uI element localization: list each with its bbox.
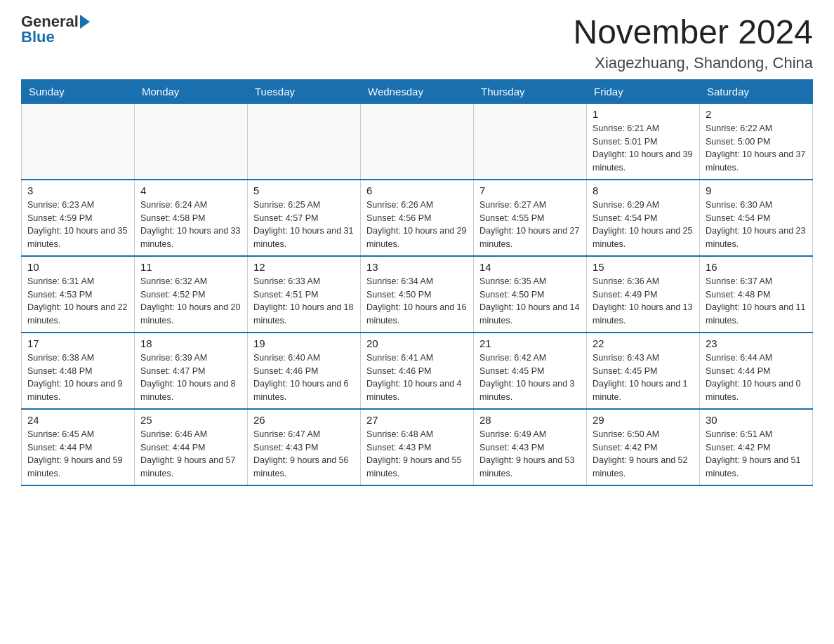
calendar-cell: 20Sunrise: 6:41 AM Sunset: 4:46 PM Dayli… [361,333,474,409]
month-title: November 2024 [573,14,813,51]
calendar-cell [361,103,474,180]
day-info: Sunrise: 6:25 AM Sunset: 4:57 PM Dayligh… [253,199,355,251]
weekday-header-sunday: Sunday [22,79,135,103]
day-number: 30 [706,414,807,426]
day-number: 18 [140,337,241,349]
day-info: Sunrise: 6:47 AM Sunset: 4:43 PM Dayligh… [253,428,355,481]
day-number: 14 [479,261,581,273]
day-number: 6 [366,185,468,196]
day-number: 2 [706,108,807,120]
calendar-cell [248,103,361,180]
calendar-cell: 8Sunrise: 6:29 AM Sunset: 4:54 PM Daylig… [587,180,700,256]
calendar-cell: 2Sunrise: 6:22 AM Sunset: 5:00 PM Daylig… [700,103,813,180]
day-info: Sunrise: 6:39 AM Sunset: 4:47 PM Dayligh… [140,351,241,404]
day-number: 21 [479,337,581,349]
weekday-header-tuesday: Tuesday [248,79,361,103]
calendar-cell: 25Sunrise: 6:46 AM Sunset: 4:44 PM Dayli… [135,409,248,485]
day-number: 26 [253,414,355,426]
calendar-cell: 10Sunrise: 6:31 AM Sunset: 4:53 PM Dayli… [22,256,135,333]
calendar-cell: 7Sunrise: 6:27 AM Sunset: 4:55 PM Daylig… [474,180,587,256]
calendar-cell: 18Sunrise: 6:39 AM Sunset: 4:47 PM Dayli… [135,333,248,409]
day-info: Sunrise: 6:22 AM Sunset: 5:00 PM Dayligh… [706,122,807,175]
day-info: Sunrise: 6:41 AM Sunset: 4:46 PM Dayligh… [366,351,468,404]
day-info: Sunrise: 6:27 AM Sunset: 4:55 PM Dayligh… [479,199,581,251]
day-number: 22 [593,337,694,349]
day-number: 5 [253,185,355,196]
calendar-cell: 14Sunrise: 6:35 AM Sunset: 4:50 PM Dayli… [474,256,587,333]
calendar-cell: 16Sunrise: 6:37 AM Sunset: 4:48 PM Dayli… [700,256,813,333]
day-number: 24 [27,414,128,426]
title-area: November 2024 Xiagezhuang, Shandong, Chi… [573,14,813,72]
calendar-cell: 6Sunrise: 6:26 AM Sunset: 4:56 PM Daylig… [361,180,474,256]
weekday-header-friday: Friday [587,79,700,103]
day-number: 10 [27,261,128,273]
day-info: Sunrise: 6:40 AM Sunset: 4:46 PM Dayligh… [253,351,355,404]
logo-general: General [21,14,79,29]
page-header: General Blue November 2024 Xiagezhuang, … [21,14,813,72]
day-number: 12 [253,261,355,273]
calendar-cell [22,103,135,180]
calendar-header-row: SundayMondayTuesdayWednesdayThursdayFrid… [22,79,813,103]
calendar-cell: 9Sunrise: 6:30 AM Sunset: 4:54 PM Daylig… [700,180,813,256]
day-info: Sunrise: 6:37 AM Sunset: 4:48 PM Dayligh… [706,275,807,328]
logo: General Blue [21,14,90,45]
day-number: 15 [593,261,694,273]
day-number: 3 [27,185,128,196]
location-title: Xiagezhuang, Shandong, China [573,54,813,72]
calendar-cell [135,103,248,180]
day-number: 16 [706,261,807,273]
day-number: 23 [706,337,807,349]
weekday-header-thursday: Thursday [474,79,587,103]
day-number: 9 [706,185,807,196]
day-info: Sunrise: 6:29 AM Sunset: 4:54 PM Dayligh… [593,199,694,251]
calendar-week-row: 17Sunrise: 6:38 AM Sunset: 4:48 PM Dayli… [22,333,813,409]
day-number: 7 [479,185,581,196]
calendar-week-row: 3Sunrise: 6:23 AM Sunset: 4:59 PM Daylig… [22,180,813,256]
calendar-week-row: 10Sunrise: 6:31 AM Sunset: 4:53 PM Dayli… [22,256,813,333]
calendar-cell: 28Sunrise: 6:49 AM Sunset: 4:43 PM Dayli… [474,409,587,485]
calendar-cell: 21Sunrise: 6:42 AM Sunset: 4:45 PM Dayli… [474,333,587,409]
calendar-cell: 5Sunrise: 6:25 AM Sunset: 4:57 PM Daylig… [248,180,361,256]
day-number: 28 [479,414,581,426]
day-info: Sunrise: 6:26 AM Sunset: 4:56 PM Dayligh… [366,199,468,251]
calendar-cell: 12Sunrise: 6:33 AM Sunset: 4:51 PM Dayli… [248,256,361,333]
day-info: Sunrise: 6:43 AM Sunset: 4:45 PM Dayligh… [593,351,694,404]
day-info: Sunrise: 6:51 AM Sunset: 4:42 PM Dayligh… [706,428,807,481]
calendar-cell: 24Sunrise: 6:45 AM Sunset: 4:44 PM Dayli… [22,409,135,485]
day-number: 1 [593,108,694,120]
calendar-cell: 13Sunrise: 6:34 AM Sunset: 4:50 PM Dayli… [361,256,474,333]
calendar-cell: 22Sunrise: 6:43 AM Sunset: 4:45 PM Dayli… [587,333,700,409]
day-info: Sunrise: 6:48 AM Sunset: 4:43 PM Dayligh… [366,428,468,481]
day-number: 8 [593,185,694,196]
day-info: Sunrise: 6:36 AM Sunset: 4:49 PM Dayligh… [593,275,694,328]
day-info: Sunrise: 6:42 AM Sunset: 4:45 PM Dayligh… [479,351,581,404]
calendar-week-row: 24Sunrise: 6:45 AM Sunset: 4:44 PM Dayli… [22,409,813,485]
calendar-cell: 29Sunrise: 6:50 AM Sunset: 4:42 PM Dayli… [587,409,700,485]
day-number: 13 [366,261,468,273]
day-info: Sunrise: 6:30 AM Sunset: 4:54 PM Dayligh… [706,199,807,251]
logo-blue: Blue [21,29,55,45]
calendar-cell: 26Sunrise: 6:47 AM Sunset: 4:43 PM Dayli… [248,409,361,485]
calendar-week-row: 1Sunrise: 6:21 AM Sunset: 5:01 PM Daylig… [22,103,813,180]
calendar-cell: 17Sunrise: 6:38 AM Sunset: 4:48 PM Dayli… [22,333,135,409]
calendar-cell: 30Sunrise: 6:51 AM Sunset: 4:42 PM Dayli… [700,409,813,485]
day-number: 25 [140,414,241,426]
day-number: 29 [593,414,694,426]
day-info: Sunrise: 6:46 AM Sunset: 4:44 PM Dayligh… [140,428,241,481]
day-info: Sunrise: 6:49 AM Sunset: 4:43 PM Dayligh… [479,428,581,481]
day-info: Sunrise: 6:32 AM Sunset: 4:52 PM Dayligh… [140,275,241,328]
calendar-cell: 15Sunrise: 6:36 AM Sunset: 4:49 PM Dayli… [587,256,700,333]
day-info: Sunrise: 6:38 AM Sunset: 4:48 PM Dayligh… [27,351,128,404]
calendar-cell: 19Sunrise: 6:40 AM Sunset: 4:46 PM Dayli… [248,333,361,409]
calendar-cell [474,103,587,180]
day-info: Sunrise: 6:23 AM Sunset: 4:59 PM Dayligh… [27,199,128,251]
day-info: Sunrise: 6:35 AM Sunset: 4:50 PM Dayligh… [479,275,581,328]
day-number: 20 [366,337,468,349]
calendar-cell: 4Sunrise: 6:24 AM Sunset: 4:58 PM Daylig… [135,180,248,256]
calendar-cell: 27Sunrise: 6:48 AM Sunset: 4:43 PM Dayli… [361,409,474,485]
weekday-header-monday: Monday [135,79,248,103]
day-info: Sunrise: 6:34 AM Sunset: 4:50 PM Dayligh… [366,275,468,328]
day-number: 27 [366,414,468,426]
calendar-cell: 1Sunrise: 6:21 AM Sunset: 5:01 PM Daylig… [587,103,700,180]
day-info: Sunrise: 6:45 AM Sunset: 4:44 PM Dayligh… [27,428,128,481]
